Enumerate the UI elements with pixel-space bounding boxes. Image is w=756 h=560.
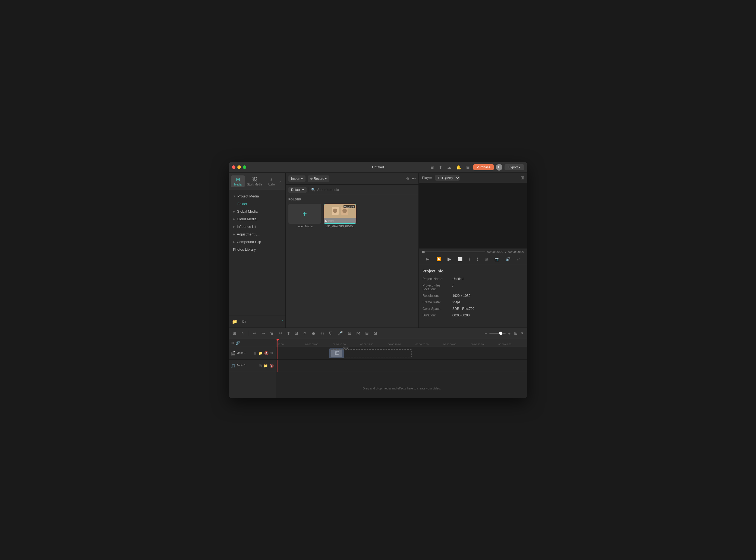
more-tl-options-icon[interactable]: ▾	[520, 330, 525, 337]
audio-tl-icon[interactable]: 🎤	[336, 330, 344, 337]
select-tool-icon[interactable]: ↖	[240, 330, 246, 337]
mark-in-icon[interactable]: {	[468, 256, 471, 262]
link-icon[interactable]: 🔗	[236, 341, 240, 345]
sidebar-influence-kit-label: Influence Kit	[237, 225, 256, 229]
zoom-knob[interactable]	[499, 332, 503, 335]
prev-frame-icon[interactable]: ⏪	[435, 256, 442, 262]
title-bar-right: ⊟ ⬆ ☁ 🔔 ⊞ Purchase U Export ▾	[429, 164, 524, 171]
toolbar-chevron-icon[interactable]: ›	[278, 178, 282, 185]
bell-icon[interactable]: 🔔	[455, 164, 463, 170]
info-value-resolution: 1920 x 1080	[452, 294, 470, 298]
media-icon: ⊞	[236, 177, 240, 182]
crop-icon[interactable]: ⊡	[293, 330, 300, 337]
close-button[interactable]	[232, 165, 236, 169]
video-thumb[interactable]: ▶ ⊠ ⊠ 00:00:03	[324, 204, 356, 224]
zoom-in-icon[interactable]: +	[507, 330, 512, 337]
zoom-out-icon[interactable]: −	[483, 330, 488, 337]
progress-bar[interactable]	[422, 252, 485, 252]
search-input[interactable]	[317, 188, 416, 192]
export-button[interactable]: Export ▾	[505, 164, 524, 170]
speed-icon[interactable]: ◎	[319, 330, 325, 337]
avatar[interactable]: U	[496, 164, 503, 171]
add-folder-icon[interactable]: 📁	[231, 318, 239, 325]
new-folder-icon[interactable]: 🗂	[241, 318, 247, 325]
quality-select[interactable]: Full Quality	[435, 175, 460, 181]
fullscreen-button[interactable]	[243, 165, 246, 169]
record-button[interactable]: Record ▾	[308, 176, 329, 182]
multi-clip-icon[interactable]: ⊟	[347, 330, 353, 337]
sidebar-item-compound-clip[interactable]: ▶ Compound Clip	[230, 238, 284, 245]
add-track-icon[interactable]: ⊞	[231, 341, 234, 345]
sidebar-adjustment-label: Adjustment L...	[237, 232, 261, 236]
toolbar-item-media[interactable]: ⊞ Media	[231, 176, 245, 187]
drag-drop-zone[interactable]	[330, 349, 412, 357]
audio-icon[interactable]: 🔊	[505, 256, 511, 262]
grid-view-icon[interactable]: ⊞	[514, 331, 517, 336]
player-viewport[interactable]	[419, 183, 527, 248]
sidebar-item-folder[interactable]: Folder	[230, 200, 284, 207]
audio-track-add-icon[interactable]: ⊞	[259, 364, 262, 368]
record-tl-icon[interactable]: ⏺	[310, 330, 317, 337]
play-button[interactable]: ▶	[446, 255, 452, 263]
cloud-icon[interactable]: ☁	[446, 164, 453, 170]
video-track-eye-icon[interactable]: 👁	[270, 351, 274, 355]
resize-icon[interactable]: ⤢	[516, 256, 521, 262]
undo-icon[interactable]: ↩	[252, 330, 258, 337]
import-button[interactable]: Import ▾	[288, 176, 306, 182]
sidebar-item-project-media[interactable]: ▼ Project Media	[230, 193, 284, 200]
timeline-playhead[interactable]	[278, 339, 278, 347]
redo-icon[interactable]: ↪	[260, 330, 266, 337]
rotate-icon[interactable]: ↻	[302, 330, 308, 337]
grid-icon[interactable]: ⊞	[465, 164, 471, 170]
player-fullscreen-icon[interactable]: ⊞	[520, 176, 524, 180]
filter-icon[interactable]: ⚙	[406, 177, 409, 181]
more-options-icon[interactable]: •••	[412, 177, 416, 181]
sidebar-item-influence-kit[interactable]: ▶ Influence Kit	[230, 223, 284, 230]
drag-drop-hint: Drag and drop media and effects here to …	[276, 387, 527, 390]
default-view-button[interactable]: Default ▾	[288, 187, 307, 193]
purchase-button[interactable]: Purchase	[473, 164, 494, 170]
cut-icon[interactable]: ✂	[278, 330, 284, 337]
minimize-button[interactable]	[237, 165, 241, 169]
snap-icon[interactable]: ⋈	[355, 330, 362, 337]
skip-back-icon[interactable]: ⏮	[425, 256, 431, 262]
zoom-slider[interactable]	[489, 333, 506, 334]
audio-track-mute-icon[interactable]: 🔇	[269, 364, 274, 368]
table-row[interactable]: 🖼 +	[276, 347, 527, 360]
shield-icon[interactable]: ⛉	[327, 330, 334, 337]
toolbar-item-stock-media[interactable]: 🖼 Stock Media	[245, 176, 264, 187]
sidebar-item-photos-library[interactable]: Photos Library	[230, 246, 284, 253]
info-label-colorspace: Color Space:	[423, 307, 452, 311]
delete-icon[interactable]: 🗑	[269, 330, 275, 337]
audio-track-folder-icon[interactable]: 📁	[263, 364, 268, 368]
info-row-duration: Duration: 00:00:00:00	[423, 314, 524, 317]
video-track-add-icon[interactable]: ⊞	[253, 351, 257, 355]
sidebar-item-adjustment[interactable]: ▶ Adjustment L...	[230, 231, 284, 238]
timeline-layout-icon[interactable]: ⊞	[231, 330, 238, 337]
search-divider	[309, 187, 309, 192]
text-tool-icon[interactable]: T	[286, 330, 291, 337]
subtitle-icon[interactable]: ⊟	[429, 164, 435, 170]
sidebar-item-global-media[interactable]: ▶ Global Media	[230, 208, 284, 215]
share-icon[interactable]: ⬆	[437, 164, 444, 170]
import-media-thumb[interactable]: +	[288, 204, 321, 224]
screen-record-icon[interactable]: ⊞	[364, 330, 370, 337]
collapse-sidebar-icon[interactable]: ‹	[282, 318, 283, 325]
toolbar: ⊞ Media 🖼 Stock Media ♪ Audio ›	[229, 173, 285, 190]
toolbar-item-audio[interactable]: ♪ Audio	[264, 176, 278, 187]
video-track-header: 🎬 Video 1 ⊞ 📁 🔇 👁	[229, 347, 276, 360]
pip-icon[interactable]: ⊠	[372, 330, 379, 337]
ruler-mark: 00:00	[278, 343, 305, 346]
mark-out-icon[interactable]: }	[476, 256, 479, 262]
table-row[interactable]	[276, 360, 527, 372]
clip-actions-icon[interactable]: ⊞	[484, 256, 489, 262]
stop-icon[interactable]: ⬜	[457, 256, 464, 262]
video-track-folder-icon[interactable]: 📁	[258, 351, 263, 355]
list-item[interactable]: ▶ ⊠ ⊠ 00:00:03 VID_20240913_015155	[324, 204, 356, 228]
media-toolbar-right: ⚙ •••	[406, 177, 416, 181]
video-track-mute-icon[interactable]: 🔇	[264, 351, 269, 355]
sidebar-item-cloud-media[interactable]: ▶ Cloud Media	[230, 215, 284, 223]
screenshot-icon[interactable]: 📷	[493, 256, 500, 262]
sidebar-footer: 📁 🗂 ‹	[229, 316, 285, 327]
list-item[interactable]: + Import Media	[288, 204, 321, 228]
